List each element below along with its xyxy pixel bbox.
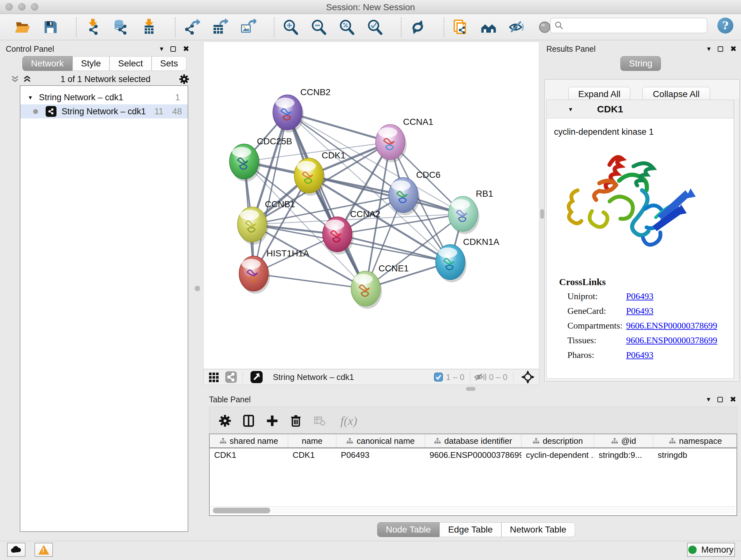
column-header--id[interactable]: @id (594, 434, 653, 448)
open-session-icon[interactable] (13, 18, 31, 37)
column-header-canonical-name[interactable]: canonical name (336, 434, 425, 448)
tab-network-table[interactable]: Network Table (501, 522, 575, 537)
tab-edge-table[interactable]: Edge Table (440, 522, 501, 537)
tab-network[interactable]: Network (22, 56, 72, 71)
tab-select[interactable]: Select (110, 56, 151, 71)
hide-selected-icon[interactable] (508, 18, 526, 37)
network-canvas[interactable]: CCNB2CCNA1CDC25BCDK1CDC6RB1CCNB1CCNA2CDK… (203, 42, 539, 369)
cloud-button[interactable] (7, 543, 25, 557)
table-cell[interactable]: stringdb (653, 450, 737, 460)
zoom-in-icon[interactable] (281, 18, 300, 37)
export-table-icon[interactable] (211, 18, 229, 37)
save-session-icon[interactable] (41, 18, 59, 37)
results-panel-menu-icon[interactable]: ▾ (707, 45, 711, 52)
refresh-icon[interactable] (408, 18, 427, 37)
node-table[interactable]: shared namenamecanonical namedatabase id… (209, 434, 737, 516)
network-node-rb1[interactable]: RB1 (448, 189, 493, 234)
tab-node-table[interactable]: Node Table (377, 522, 440, 537)
import-network-icon[interactable] (84, 18, 102, 37)
tab-string[interactable]: String (620, 56, 661, 71)
results-panel-float-icon[interactable] (718, 46, 723, 52)
column-header-name[interactable]: name (288, 434, 336, 448)
selected-checkbox-icon[interactable] (434, 372, 443, 382)
collection-label: String Network – cdk1 (39, 92, 123, 103)
control-panel-menu-icon[interactable]: ▾ (160, 45, 163, 52)
crosslink-link[interactable]: 9606.ENSP00000378699 (626, 320, 717, 331)
search-box[interactable] (550, 18, 707, 33)
results-panel-close-icon[interactable]: ✖ (730, 45, 737, 53)
tab-sets[interactable]: Sets (151, 56, 187, 71)
control-panel-float-icon[interactable] (171, 46, 176, 52)
network-node-cdkn1a[interactable]: CDKN1A (435, 237, 499, 282)
import-table-icon[interactable] (140, 18, 158, 37)
left-splitter-handle[interactable] (195, 286, 200, 291)
crosslink-link[interactable]: P06493 (626, 350, 654, 360)
collection-expand-icon[interactable]: ▾ (29, 94, 32, 101)
crosslink-link[interactable]: 9606.ENSP00000378699 (626, 335, 717, 346)
search-input[interactable] (564, 19, 707, 32)
string-home-icon[interactable] (479, 18, 498, 37)
toolbar-separator (470, 371, 470, 383)
bottom-splitter-handle[interactable] (466, 387, 475, 391)
zoom-out-icon[interactable] (310, 18, 328, 37)
crosslink-label: Compartments: (567, 320, 623, 331)
zoom-selected-icon[interactable] (366, 18, 384, 37)
birds-eye-view-icon[interactable] (521, 370, 535, 384)
table-cell[interactable]: P06493 (336, 450, 425, 460)
gene-collapse-icon[interactable]: ▾ (569, 105, 572, 113)
column-header-shared-name[interactable]: shared name (210, 434, 288, 448)
node-label: CDKN1A (463, 237, 499, 247)
tab-style[interactable]: Style (72, 56, 110, 71)
network-edge[interactable] (254, 273, 366, 289)
expand-all-icon[interactable] (22, 74, 32, 84)
table-cell[interactable]: CDK1 (288, 450, 336, 460)
right-splitter-handle[interactable] (540, 209, 544, 219)
node-label: HIST1H1A (266, 248, 309, 258)
table-panel-menu-icon[interactable]: ▾ (707, 396, 711, 403)
table-cell[interactable]: stringdb:9... (594, 450, 653, 460)
delete-column-trash-icon[interactable] (287, 412, 305, 429)
show-columns-icon[interactable] (240, 412, 257, 429)
help-button[interactable]: ? (718, 17, 733, 34)
network-node-ccnb1[interactable]: CCNB1 (238, 199, 295, 245)
grid-view-icon[interactable] (208, 371, 220, 383)
table-cell[interactable]: cyclin-dependent ... (522, 450, 594, 460)
crosslink-link[interactable]: P06493 (626, 291, 654, 301)
network-edge[interactable] (309, 176, 463, 214)
scrollbar-thumb[interactable] (213, 508, 270, 513)
fit-content-icon[interactable] (250, 370, 263, 384)
gene-section-header[interactable]: ▾ CDK1 (547, 100, 734, 118)
zoom-fit-icon[interactable] (338, 18, 356, 37)
import-database-icon[interactable] (112, 18, 130, 37)
network-options-gear-icon[interactable] (179, 73, 190, 85)
network-collection-row[interactable]: ▾ String Network – cdk1 1 (20, 90, 188, 105)
collapse-all-icon[interactable] (10, 74, 20, 84)
table-panel-float-icon[interactable] (718, 397, 723, 402)
table-horizontal-scrollbar[interactable] (210, 506, 735, 514)
export-network-icon[interactable] (183, 18, 201, 37)
network-node-ccne1[interactable]: CCNE1 (351, 263, 409, 309)
table-header-row: shared namenamecanonical namedatabase id… (210, 434, 737, 448)
column-header-database-identifier[interactable]: database identifier (425, 434, 522, 448)
table-row[interactable]: CDK1CDK1P064939606.ENSP00000378699cyclin… (210, 448, 737, 462)
network-node-cdc6[interactable]: CDC6 (389, 170, 441, 215)
results-scrollbar[interactable] (734, 100, 738, 379)
add-column-icon[interactable] (264, 412, 281, 429)
column-header-description[interactable]: description (522, 434, 594, 448)
network-selection-row: 1 of 1 Network selected (10, 73, 190, 85)
crosslink-link[interactable]: P06493 (626, 306, 654, 316)
control-panel-close-icon[interactable]: ✖ (183, 45, 189, 53)
column-header-namespace[interactable]: namespace (653, 434, 737, 448)
table-cell[interactable]: CDK1 (210, 450, 288, 460)
table-panel-close-icon[interactable]: ✖ (730, 395, 736, 403)
network-node-hist1h1a[interactable]: HIST1H1A (239, 248, 309, 294)
network-edge[interactable] (287, 112, 366, 289)
table-settings-gear-icon[interactable] (216, 412, 233, 429)
network-share-icon[interactable] (225, 371, 238, 383)
warning-button[interactable] (35, 543, 53, 557)
network-row[interactable]: String Network – cdk1 11 48 (20, 105, 188, 118)
export-image-icon[interactable] (239, 18, 257, 37)
table-cell[interactable]: 9606.ENSP00000378699 (425, 450, 522, 460)
clone-network-icon[interactable] (451, 18, 470, 37)
memory-button[interactable]: Memory (687, 543, 735, 557)
